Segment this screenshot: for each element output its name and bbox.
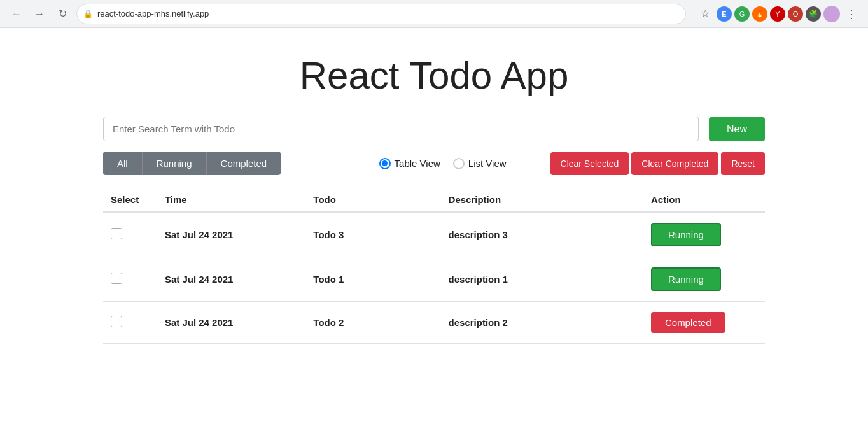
list-view-option[interactable]: List View xyxy=(453,158,507,169)
row-action-cell: Running xyxy=(643,257,765,302)
extension-icon-4[interactable]: Y xyxy=(770,6,785,22)
browser-icons: ☆ E G 🔥 Y O 🧩 ⋮ xyxy=(696,5,860,23)
filter-row: All Running Completed Table View List Vi… xyxy=(103,152,765,175)
col-header-todo: Todo xyxy=(305,188,440,212)
lock-icon: 🔒 xyxy=(83,10,93,18)
row-checkbox-0[interactable] xyxy=(111,228,122,239)
address-bar: 🔒 react-todo-app-mhs.netlify.app xyxy=(76,4,686,24)
extension-icon-3[interactable]: 🔥 xyxy=(752,6,767,22)
filter-completed-tab[interactable]: Completed xyxy=(207,152,281,175)
row-select-cell xyxy=(103,302,157,344)
app-title: React Todo App xyxy=(103,28,765,117)
bookmark-button[interactable]: ☆ xyxy=(696,5,714,23)
table-view-label: Table View xyxy=(395,158,440,169)
row-todo-cell: Todo 3 xyxy=(305,212,440,257)
browser-menu-button[interactable]: ⋮ xyxy=(843,5,860,23)
list-view-label: List View xyxy=(468,158,507,169)
col-header-time: Time xyxy=(157,188,305,212)
new-button[interactable]: New xyxy=(709,117,765,141)
table-row: Sat Jul 24 2021 Todo 1 description 1 Run… xyxy=(103,257,765,302)
row-todo-cell: Todo 2 xyxy=(305,302,440,344)
extension-icon-6[interactable]: 🧩 xyxy=(806,6,821,22)
filter-running-tab[interactable]: Running xyxy=(143,152,207,175)
extension-icon-5[interactable]: O xyxy=(788,6,803,22)
list-view-radio[interactable] xyxy=(453,158,465,169)
col-header-select: Select xyxy=(103,188,157,212)
extension-icon-1[interactable]: E xyxy=(717,6,732,22)
filter-tabs: All Running Completed xyxy=(103,152,281,175)
browser-chrome: ← → ↻ 🔒 react-todo-app-mhs.netlify.app ☆… xyxy=(0,0,868,28)
url-text: react-todo-app-mhs.netlify.app xyxy=(97,9,209,18)
row-time-cell: Sat Jul 24 2021 xyxy=(157,212,305,257)
row-select-cell xyxy=(103,212,157,257)
col-header-action: Action xyxy=(643,188,765,212)
row-description-cell: description 1 xyxy=(441,257,643,302)
table-header-row: Select Time Todo Description Action xyxy=(103,188,765,212)
status-button-1[interactable]: Running xyxy=(651,267,721,291)
row-select-cell xyxy=(103,257,157,302)
table-row: Sat Jul 24 2021 Todo 2 description 2 Com… xyxy=(103,302,765,344)
row-description-cell: description 2 xyxy=(441,302,643,344)
row-time-cell: Sat Jul 24 2021 xyxy=(157,257,305,302)
forward-button[interactable]: → xyxy=(31,5,48,23)
row-time-cell: Sat Jul 24 2021 xyxy=(157,302,305,344)
status-button-2[interactable]: Completed xyxy=(651,312,725,333)
row-action-cell: Running xyxy=(643,212,765,257)
clear-completed-button[interactable]: Clear Completed xyxy=(631,152,718,175)
extension-icon-2[interactable]: G xyxy=(734,6,750,22)
row-description-cell: description 3 xyxy=(441,212,643,257)
toolbar-row: New xyxy=(103,117,765,141)
table-view-option[interactable]: Table View xyxy=(379,158,440,169)
reset-button[interactable]: Reset xyxy=(721,152,765,175)
user-avatar[interactable] xyxy=(823,6,840,22)
row-todo-cell: Todo 1 xyxy=(305,257,440,302)
filter-all-tab[interactable]: All xyxy=(103,152,143,175)
back-button[interactable]: ← xyxy=(8,5,25,23)
table-row: Sat Jul 24 2021 Todo 3 description 3 Run… xyxy=(103,212,765,257)
row-action-cell: Completed xyxy=(643,302,765,344)
col-header-description: Description xyxy=(441,188,643,212)
todo-table: Select Time Todo Description Action Sat … xyxy=(103,188,765,344)
table-view-radio[interactable] xyxy=(379,158,391,169)
clear-selected-button[interactable]: Clear Selected xyxy=(550,152,629,175)
row-checkbox-2[interactable] xyxy=(111,316,122,327)
status-button-0[interactable]: Running xyxy=(651,223,721,246)
app-content: React Todo App New All Running Completed… xyxy=(52,28,816,344)
action-buttons: Clear Selected Clear Completed Reset xyxy=(550,152,765,175)
row-checkbox-1[interactable] xyxy=(111,273,122,284)
view-options: Table View List View xyxy=(303,158,507,169)
reload-button[interactable]: ↻ xyxy=(53,5,71,23)
search-input[interactable] xyxy=(103,117,699,141)
